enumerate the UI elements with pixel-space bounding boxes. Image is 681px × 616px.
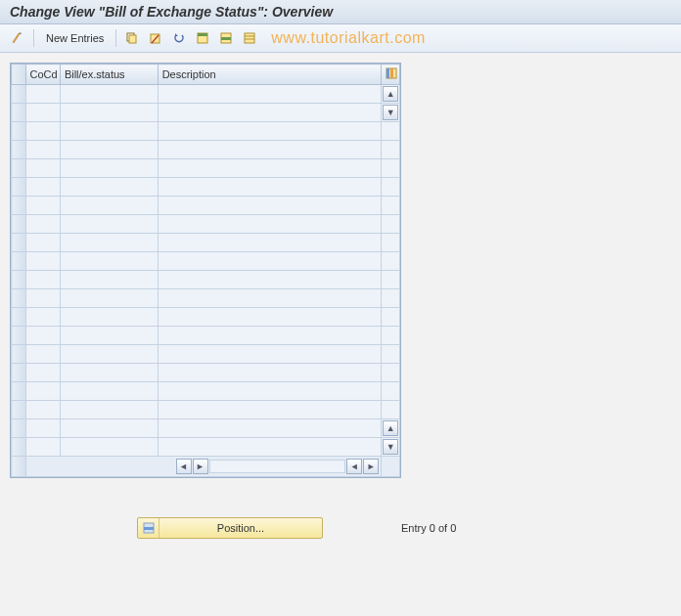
row-selector[interactable] <box>12 104 26 122</box>
cell-description[interactable] <box>158 419 382 438</box>
cell-description[interactable] <box>158 271 382 289</box>
cell-description[interactable] <box>158 159 382 178</box>
cell-cocd[interactable] <box>25 141 60 159</box>
copy-icon[interactable] <box>122 28 142 48</box>
row-selector[interactable] <box>12 345 26 364</box>
cell-cocd[interactable] <box>25 345 60 364</box>
scroll-track[interactable] <box>209 460 346 473</box>
scroll-down-icon[interactable]: ▼ <box>383 105 398 120</box>
cell-description[interactable] <box>158 215 382 234</box>
select-all-header[interactable] <box>12 65 26 85</box>
cell-description[interactable] <box>158 104 382 122</box>
row-selector[interactable] <box>12 327 26 345</box>
delete-icon[interactable] <box>146 28 165 48</box>
select-block-icon[interactable] <box>216 28 236 48</box>
cell-status[interactable] <box>60 308 158 327</box>
cell-description[interactable] <box>158 382 382 401</box>
cell-cocd[interactable] <box>25 234 60 252</box>
cell-status[interactable] <box>60 215 158 234</box>
cell-status[interactable] <box>60 438 158 457</box>
cell-description[interactable] <box>158 345 382 364</box>
cell-cocd[interactable] <box>25 197 60 215</box>
cell-cocd[interactable] <box>25 159 60 178</box>
cell-description[interactable] <box>158 234 382 252</box>
cell-status[interactable] <box>60 345 158 364</box>
row-selector[interactable] <box>12 252 26 271</box>
scroll-down-end-icon[interactable]: ▼ <box>383 439 398 455</box>
cell-description[interactable] <box>158 122 382 141</box>
cell-status[interactable] <box>60 364 158 382</box>
row-selector[interactable] <box>12 234 26 252</box>
row-selector[interactable] <box>12 159 26 178</box>
cell-description[interactable] <box>158 401 382 419</box>
cell-cocd[interactable] <box>25 327 60 345</box>
cell-status[interactable] <box>60 197 158 215</box>
undo-icon[interactable] <box>169 28 189 48</box>
table-settings-icon[interactable] <box>382 65 400 85</box>
deselect-all-icon[interactable] <box>240 28 259 48</box>
row-selector[interactable] <box>12 141 26 159</box>
column-header-status[interactable]: Bill/ex.status <box>60 65 158 85</box>
cell-status[interactable] <box>60 382 158 401</box>
cell-status[interactable] <box>60 327 158 345</box>
column-header-description[interactable]: Description <box>158 65 382 85</box>
cell-status[interactable] <box>60 122 158 141</box>
cell-status[interactable] <box>60 271 158 289</box>
row-selector[interactable] <box>12 401 26 419</box>
cell-status[interactable] <box>60 289 158 308</box>
cell-status[interactable] <box>60 85 158 104</box>
row-selector[interactable] <box>12 289 26 308</box>
select-all-icon[interactable] <box>193 28 212 48</box>
cell-status[interactable] <box>60 252 158 271</box>
cell-status[interactable] <box>60 234 158 252</box>
cell-cocd[interactable] <box>25 85 60 104</box>
cell-status[interactable] <box>60 159 158 178</box>
cell-description[interactable] <box>158 364 382 382</box>
cell-description[interactable] <box>158 178 382 197</box>
cell-status[interactable] <box>60 104 158 122</box>
row-selector[interactable] <box>12 364 26 382</box>
cell-cocd[interactable] <box>25 178 60 197</box>
cell-description[interactable] <box>158 438 382 457</box>
cell-description[interactable] <box>158 308 382 327</box>
cell-description[interactable] <box>158 252 382 271</box>
cell-cocd[interactable] <box>25 364 60 382</box>
scroll-up-end-icon[interactable]: ▲ <box>383 420 398 436</box>
cell-cocd[interactable] <box>25 438 60 457</box>
cell-description[interactable] <box>158 85 382 104</box>
row-selector[interactable] <box>12 215 26 234</box>
scroll-right-end-icon[interactable]: ► <box>363 459 379 474</box>
cell-status[interactable] <box>60 419 158 438</box>
row-selector[interactable] <box>12 178 26 197</box>
cell-description[interactable] <box>158 197 382 215</box>
position-button[interactable]: Position... <box>137 517 323 539</box>
row-selector[interactable] <box>12 122 26 141</box>
cell-cocd[interactable] <box>25 252 60 271</box>
cell-description[interactable] <box>158 289 382 308</box>
row-selector[interactable] <box>12 308 26 327</box>
cell-cocd[interactable] <box>25 401 60 419</box>
row-selector[interactable] <box>12 271 26 289</box>
row-selector[interactable] <box>12 197 26 215</box>
cell-status[interactable] <box>60 401 158 419</box>
cell-status[interactable] <box>60 141 158 159</box>
cell-cocd[interactable] <box>25 419 60 438</box>
new-entries-button[interactable]: New Entries <box>40 29 110 47</box>
cell-cocd[interactable] <box>25 271 60 289</box>
scroll-up-icon[interactable]: ▲ <box>383 86 398 102</box>
row-selector[interactable] <box>12 438 26 457</box>
toggle-icon[interactable] <box>8 28 27 48</box>
scroll-right-icon[interactable]: ► <box>193 459 208 474</box>
cell-cocd[interactable] <box>25 215 60 234</box>
cell-cocd[interactable] <box>25 382 60 401</box>
scroll-left-icon[interactable]: ◄ <box>176 459 192 474</box>
column-header-cocd[interactable]: CoCd <box>25 65 60 85</box>
cell-description[interactable] <box>158 141 382 159</box>
row-selector[interactable] <box>12 457 26 477</box>
cell-description[interactable] <box>158 327 382 345</box>
row-selector[interactable] <box>12 85 26 104</box>
cell-cocd[interactable] <box>25 289 60 308</box>
row-selector[interactable] <box>12 382 26 401</box>
cell-cocd[interactable] <box>25 104 60 122</box>
cell-status[interactable] <box>60 178 158 197</box>
